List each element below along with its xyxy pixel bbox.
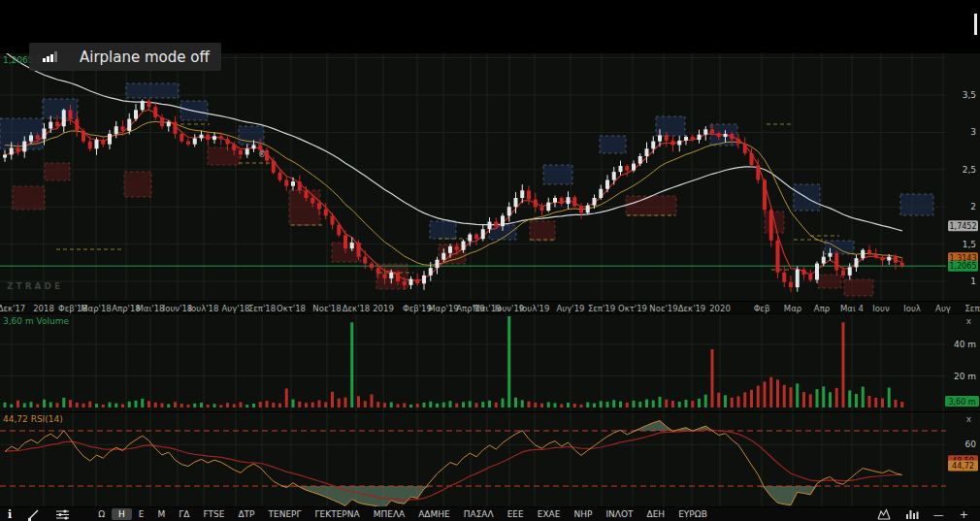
toolbar-button-ΕΥΡΩΒ[interactable]: ΕΥΡΩΒ xyxy=(671,508,714,520)
rsi-band-fill xyxy=(5,486,902,507)
toolbar-button-Μ[interactable]: Μ xyxy=(151,508,173,520)
volume-axis: 40 m20 m3,60 m xyxy=(945,340,979,407)
time-tick: Αυγ'19 xyxy=(557,304,585,313)
time-tick: 2020 xyxy=(709,304,731,313)
toolbar-button-ΝΗΡ[interactable]: ΝΗΡ xyxy=(567,508,599,520)
toolbar-button-ΜΠΕΛΑ[interactable]: ΜΠΕΛΑ xyxy=(367,508,412,520)
ztrade-watermark: ZTRADE xyxy=(7,281,63,291)
toolbar-button-Ω[interactable]: Ω xyxy=(91,508,112,520)
price-axis: 3,532,521,511,74521,31431,2065 xyxy=(948,90,978,286)
rsi-axis: 6048,5044,72 xyxy=(948,440,978,471)
price-chart[interactable]: ®3,532,521,511,74521,31431,2065 xyxy=(0,53,980,301)
svg-text:2: 2 xyxy=(970,202,976,212)
toolbar-button-ΓΕΚΤΕΡΝΑ[interactable]: ΓΕΚΤΕΡΝΑ xyxy=(309,508,367,520)
rsi-chart[interactable]: 6048,5044,72 xyxy=(0,412,980,507)
trading-app-screen: Airplane mode off ®3,532,521,511,74521,3… xyxy=(0,0,980,521)
event-marker: ® xyxy=(258,150,266,159)
toolbar-button-ΑΔΜΗΕ[interactable]: ΑΔΜΗΕ xyxy=(411,508,457,520)
toolbar-button-Η[interactable]: Η xyxy=(112,508,132,520)
time-tick: Οκτ'19 xyxy=(618,304,647,313)
time-tick: Μαι'18 xyxy=(137,304,165,313)
time-tick: Σεπ'18 xyxy=(248,304,276,313)
rsi-close-icon[interactable]: x xyxy=(966,414,971,424)
volume-chart[interactable]: 40 m20 m3,60 m xyxy=(0,314,980,411)
time-tick: Νοε'18 xyxy=(312,304,341,313)
rsi-pane[interactable]: 6048,5044,72 44,72 RSI(14) x xyxy=(0,411,980,506)
volume-pane[interactable]: 40 m20 m3,60 m 3,60 m Volume x xyxy=(0,314,980,411)
toolbar-button-ΙΝΛΟΤ[interactable]: ΙΝΛΟΤ xyxy=(599,508,639,520)
toolbar-button-ΕΕΕ[interactable]: ΕΕΕ xyxy=(501,508,531,520)
time-tick: Σεπ xyxy=(964,304,979,313)
scrollbar-thumb[interactable] xyxy=(974,14,977,35)
time-tick: Ιουν xyxy=(872,304,889,313)
rsi-band-fill xyxy=(5,421,902,431)
time-tick: Ιουλ'19 xyxy=(520,304,550,313)
svg-text:1,5: 1,5 xyxy=(963,240,976,249)
svg-text:40 m: 40 m xyxy=(954,340,976,349)
toolbar-button-ΔΕΗ[interactable]: ΔΕΗ xyxy=(640,508,672,520)
time-tick: 2019 xyxy=(373,304,394,313)
time-tick: Μαρ'18 xyxy=(81,304,112,313)
toolbar-button-ΠΑΣΑΛ[interactable]: ΠΑΣΑΛ xyxy=(457,508,501,520)
time-tick: Μαρ xyxy=(784,304,801,313)
svg-text:2,5: 2,5 xyxy=(963,165,976,175)
price-pane[interactable]: ®3,532,521,511,74521,31431,2065 1,2065 Ε… xyxy=(0,53,980,301)
time-tick: Φεβ xyxy=(754,304,770,313)
volume-close-icon[interactable]: x xyxy=(966,316,971,326)
svg-text:3: 3 xyxy=(970,127,976,137)
svg-text:3,5: 3,5 xyxy=(963,90,976,100)
svg-text:60: 60 xyxy=(965,440,977,449)
zoom-in-icon[interactable]: + xyxy=(952,508,976,521)
svg-text:20 m: 20 m xyxy=(954,372,976,381)
time-tick: Δεκ'17 xyxy=(0,304,25,313)
time-tick: Μαρ'19 xyxy=(428,304,459,313)
toolbar-button-Ε[interactable]: Ε xyxy=(132,508,151,520)
rsi-label: 44,72 RSI(14) xyxy=(3,414,63,424)
time-tick: Αυγ xyxy=(935,304,951,313)
time-tick: Αυγ'18 xyxy=(222,304,250,313)
time-tick: Ιουλ'18 xyxy=(189,304,219,313)
toolbar-button-ΕΧΑΕ[interactable]: ΕΧΑΕ xyxy=(531,508,568,520)
time-axis[interactable]: Δεκ'172018Φεβ'18Μαρ'18Απρ'18Μαι'18Ιουν'1… xyxy=(0,301,980,314)
zoom-out-icon[interactable]: — xyxy=(926,508,952,521)
svg-text:1,7452: 1,7452 xyxy=(950,222,977,231)
time-tick: Δεκ'19 xyxy=(678,304,706,313)
toolbar-button-ΔΤΡ[interactable]: ΔΤΡ xyxy=(231,508,261,520)
time-tick: Ιουλ xyxy=(903,304,921,313)
volume-label: 3,60 m Volume xyxy=(3,316,69,326)
toolbar-button-FTSE[interactable]: FTSE xyxy=(196,508,231,520)
indicators-icon[interactable] xyxy=(48,507,78,521)
time-tick: Οκτ'18 xyxy=(277,304,306,313)
time-tick: 2018 xyxy=(33,304,54,313)
time-tick: Νοε'19 xyxy=(649,304,677,313)
svg-text:1: 1 xyxy=(970,277,976,286)
volume-bars xyxy=(4,316,904,407)
ma-long-line xyxy=(5,53,902,231)
toolbar-button-ΤΕΝΕΡΓ[interactable]: ΤΕΝΕΡΓ xyxy=(262,508,309,520)
time-tick: Μαι 4 xyxy=(840,304,864,313)
rsi-line xyxy=(5,421,902,507)
svg-text:1,2065: 1,2065 xyxy=(950,262,977,271)
time-tick: Απρ xyxy=(814,304,830,313)
airplane-mode-toast: Airplane mode off xyxy=(29,43,221,71)
svg-text:44,72: 44,72 xyxy=(952,462,974,471)
bar-chart-icon[interactable] xyxy=(898,507,926,521)
bottom-toolbar: i ΩΗΕΜΓΔFTSEΔΤΡΤΕΝΕΡΓΓΕΚΤΕΡΝΑΜΠΕΛΑΑΔΜΗΕΠ… xyxy=(0,506,980,521)
time-tick: Δεκ'18 xyxy=(343,304,371,313)
toast-text: Airplane mode off xyxy=(80,49,210,66)
svg-text:3,60 m: 3,60 m xyxy=(948,398,975,407)
time-tick: Σεπ'19 xyxy=(588,304,615,313)
signal-bars-icon xyxy=(43,51,58,62)
draw-line-icon[interactable] xyxy=(19,507,48,521)
toolbar-right-group: — + xyxy=(870,507,980,521)
toolbar-button-ΓΔ[interactable]: ΓΔ xyxy=(172,508,196,520)
ticker-shortcut-bar: ΩΗΕΜΓΔFTSEΔΤΡΤΕΝΕΡΓΓΕΚΤΕΡΝΑΜΠΕΛΑΑΔΜΗΕΠΑΣ… xyxy=(91,507,714,521)
area-chart-icon[interactable] xyxy=(870,507,898,521)
info-icon[interactable]: i xyxy=(0,507,19,521)
